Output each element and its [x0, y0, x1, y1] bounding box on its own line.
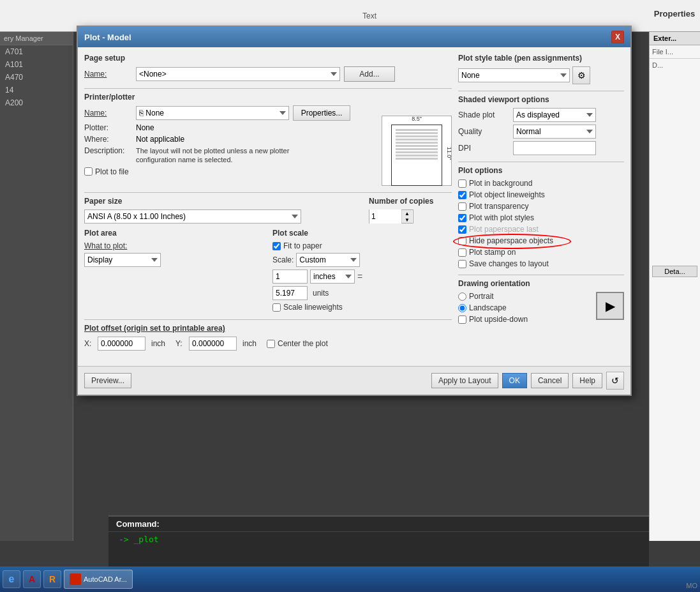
modal-title: Plot - Model: [84, 33, 131, 42]
quality-label: Quality: [458, 127, 509, 136]
detail-label[interactable]: Deta...: [652, 266, 697, 277]
plot-area-title: Plot area: [84, 229, 264, 238]
printer-name-select[interactable]: ⎘ None: [136, 106, 289, 120]
dpi-input[interactable]: [513, 141, 596, 155]
scale-value2-input[interactable]: [272, 286, 308, 300]
plot-style-edit-btn[interactable]: ⚙: [572, 66, 590, 84]
shade-plot-row: Shade plot As displayed: [458, 108, 624, 122]
taskbar-ie-button[interactable]: e: [3, 570, 20, 588]
scale-value1-input[interactable]: [272, 269, 308, 284]
cancel-button[interactable]: Cancel: [531, 373, 569, 388]
paper-dim-right: 11.0": [447, 147, 453, 160]
scale-lineweights-label: Scale lineweights: [283, 303, 343, 312]
taskbar-autocad-button[interactable]: AutoCAD Ar...: [64, 570, 133, 589]
units-select[interactable]: inches mm: [310, 269, 355, 284]
fit-to-paper-checkbox[interactable]: [272, 242, 281, 250]
preview-button[interactable]: Preview...: [84, 373, 131, 388]
where-row: Where: Not applicable: [84, 135, 375, 144]
footer-right: Apply to Layout OK Cancel Help ↺: [431, 372, 624, 390]
plot-style-select[interactable]: None: [458, 68, 570, 82]
center-plot-checkbox[interactable]: [267, 340, 275, 348]
modal-body: Page setup Name: <None> Add... Printer/p…: [78, 47, 630, 366]
page-setup-title: Page setup: [84, 54, 452, 63]
plot-bg-label: Plot in background: [469, 179, 532, 188]
desc-row: Description: The layout will not be plot…: [84, 146, 375, 165]
help-button[interactable]: Help: [572, 373, 602, 388]
copies-input[interactable]: [369, 209, 401, 224]
modal-close-button[interactable]: X: [611, 31, 624, 43]
plot-ps-last-checkbox[interactable]: [458, 225, 466, 234]
spinbox-down[interactable]: ▼: [402, 216, 412, 223]
modal-left-section: Page setup Name: <None> Add... Printer/p…: [84, 54, 452, 360]
y-offset-input[interactable]: [189, 337, 237, 351]
sidebar-item-14[interactable]: 14: [0, 84, 73, 96]
apply-to-layout-button[interactable]: Apply to Layout: [431, 373, 498, 388]
center-plot-label: Center the plot: [278, 339, 328, 348]
landscape-arrow: ▶: [606, 298, 615, 314]
command-bar: Command: -> _plot: [108, 515, 649, 566]
x-offset-input[interactable]: [98, 337, 145, 351]
paper-line: [396, 132, 438, 134]
scale-value-row: inches mm =: [272, 269, 452, 284]
plot-style-title: Plot style table (pen assignments): [458, 54, 624, 63]
plot-to-file-checkbox[interactable]: [84, 167, 93, 176]
scale-lineweights-checkbox[interactable]: [272, 303, 281, 312]
portrait-radio[interactable]: [458, 292, 466, 301]
plot-to-file-row: Plot to file: [84, 167, 375, 176]
info-icon-button[interactable]: ↺: [606, 372, 624, 390]
plot-styles-checkbox[interactable]: [458, 214, 466, 222]
landscape-icon: ▶: [596, 292, 624, 320]
sidebar-item-a470[interactable]: A470: [0, 71, 73, 84]
copies-title: Number of copies: [369, 197, 452, 206]
mo-label: MO: [686, 582, 697, 589]
hide-ps-objects-checkbox[interactable]: [458, 237, 466, 245]
plot-offset-title: Plot offset (origin set to printable are…: [84, 324, 452, 333]
save-changes-checkbox[interactable]: [458, 260, 466, 268]
plot-ps-last-label: Plot paperspace last: [469, 225, 539, 234]
paper-line: [396, 135, 438, 137]
scale-lineweights-row: Scale lineweights: [272, 303, 452, 312]
what-to-plot-row: What to plot:: [84, 241, 264, 250]
copies-spinbox[interactable]: ▲ ▼: [369, 209, 413, 224]
plot-obj-lw-checkbox[interactable]: [458, 191, 466, 199]
sidebar-item-a200[interactable]: A200: [0, 96, 73, 109]
taskbar-acrobat-button[interactable]: A: [23, 570, 41, 588]
acrobat-icon: A: [29, 574, 35, 584]
modal-right-section: Plot style table (pen assignments) None …: [458, 54, 624, 360]
plot-transparency-checkbox[interactable]: [458, 202, 466, 211]
plot-scale-title: Plot scale: [272, 229, 452, 238]
plot-stamp-checkbox[interactable]: [458, 248, 466, 257]
taskbar-app2-button[interactable]: R: [43, 570, 61, 588]
spinbox-up[interactable]: ▲: [402, 210, 412, 216]
y-unit: inch: [242, 339, 257, 348]
paper-copies-row: Paper size ANSI A (8.50 x 11.00 Inches) …: [84, 197, 452, 224]
shaded-viewport-title: Shaded viewport options: [458, 95, 624, 104]
plot-bg-checkbox[interactable]: [458, 179, 466, 188]
footer-left: Preview...: [84, 373, 131, 388]
plot-to-file-label: Plot to file: [95, 167, 129, 176]
what-to-plot-select[interactable]: Display: [84, 253, 161, 267]
page-setup-name-select[interactable]: <None>: [136, 67, 340, 81]
paper-size-select[interactable]: ANSI A (8.50 x 11.00 Inches): [84, 209, 301, 224]
sidebar-item-a701[interactable]: A701: [0, 45, 73, 58]
detail-btn[interactable]: Deta...: [650, 263, 700, 280]
left-sidebar: ery Manager A701 A101 A470 14 A200: [0, 32, 73, 541]
quality-select[interactable]: Normal Draft Presentation: [513, 125, 596, 139]
ok-button[interactable]: OK: [502, 373, 527, 388]
shade-plot-select[interactable]: As displayed: [513, 108, 596, 122]
paper-line: [396, 155, 438, 156]
center-plot-row: Center the plot: [267, 339, 328, 348]
properties-button[interactable]: Properties...: [293, 105, 350, 121]
sidebar-item-a101[interactable]: A101: [0, 58, 73, 71]
landscape-radio[interactable]: [458, 304, 466, 312]
drawing-orientation-section: Drawing orientation Portrait Landscape: [458, 279, 624, 326]
drawing-orientation-title: Drawing orientation: [458, 279, 624, 288]
plot-bg-row: Plot in background: [458, 179, 624, 188]
upside-down-checkbox[interactable]: [458, 315, 466, 324]
paper-line: [396, 151, 438, 153]
scale-select[interactable]: Custom: [296, 253, 360, 267]
scale-label: Scale:: [272, 255, 294, 264]
plot-area-section: Plot area What to plot: Display: [84, 229, 264, 314]
add-button[interactable]: Add...: [344, 66, 395, 82]
page-setup-section: Page setup Name: <None> Add...: [84, 54, 452, 82]
